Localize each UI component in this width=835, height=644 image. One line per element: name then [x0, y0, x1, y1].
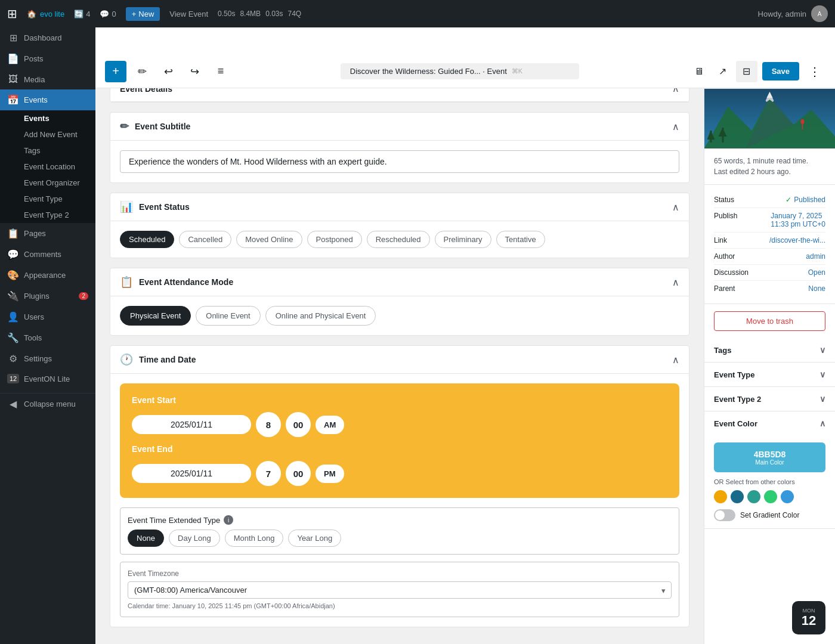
calendar-widget[interactable]: MON 12 — [792, 601, 825, 634]
collapse-menu-item[interactable]: ◀ Collapse menu — [0, 393, 95, 414]
event-end-hour[interactable]: 7 — [256, 461, 281, 486]
ext-pill-month[interactable]: Month Long — [225, 530, 284, 547]
new-button[interactable]: + New — [126, 7, 160, 21]
tags-header[interactable]: Tags ∨ — [704, 338, 835, 362]
pill-preliminary[interactable]: Preliminary — [435, 231, 491, 248]
sidebar-item-comments[interactable]: 💬 Comments — [0, 244, 95, 265]
extended-type-info-icon[interactable]: i — [224, 515, 233, 525]
sidebar-item-settings[interactable]: ⚙ Settings — [0, 348, 95, 369]
pill-rescheduled[interactable]: Rescheduled — [367, 231, 430, 248]
sidebar-item-tools[interactable]: 🔧 Tools — [0, 327, 95, 348]
sidebar-item-dashboard[interactable]: ⊞ Dashboard — [0, 27, 95, 48]
meta-discussion-row: Discussion Open — [714, 265, 825, 281]
color-dot-yellow[interactable] — [714, 490, 727, 503]
submenu-item-tags[interactable]: Tags — [0, 143, 95, 159]
doc-title[interactable]: Discover the Wilderness: Guided Fo... · … — [341, 63, 579, 79]
sidebar-item-plugins[interactable]: 🔌 Plugins 2 — [0, 286, 95, 306]
ext-pill-year[interactable]: Year Long — [288, 530, 341, 547]
view-event-link[interactable]: View Event — [169, 10, 208, 18]
attendance-header[interactable]: 📋 Event Attendance Mode ∧ — [110, 268, 689, 296]
gradient-toggle[interactable] — [714, 509, 735, 521]
redo-button[interactable]: ↪ — [184, 61, 205, 82]
author-link[interactable]: admin — [806, 252, 825, 261]
color-dot-dark-teal[interactable] — [731, 490, 744, 503]
external-view-button[interactable]: ↗ — [712, 61, 734, 82]
add-block-button[interactable]: + — [105, 61, 126, 82]
color-dot-teal[interactable] — [747, 490, 760, 503]
event-type-2-header[interactable]: Event Type 2 ∨ — [704, 387, 835, 411]
attendance-toggle-icon: ∧ — [672, 277, 679, 288]
ext-pill-none[interactable]: None — [128, 530, 164, 547]
sidebar-view-button[interactable]: ⊟ — [736, 61, 757, 82]
color-dot-green[interactable] — [764, 490, 777, 503]
event-end-date[interactable] — [132, 464, 251, 483]
event-start-minute[interactable]: 00 — [286, 412, 311, 437]
pill-cancelled[interactable]: Cancelled — [179, 231, 231, 248]
event-end-minute[interactable]: 00 — [286, 461, 311, 486]
move-to-trash-button[interactable]: Move to trash — [714, 311, 825, 331]
list-view-button[interactable]: ≡ — [210, 61, 231, 82]
permalink[interactable]: /discover-the-wi... — [769, 236, 825, 244]
document-tools-button[interactable]: ✏ — [131, 61, 153, 82]
ext-pill-day[interactable]: Day Long — [169, 530, 220, 547]
pill-postponed[interactable]: Postponed — [307, 231, 362, 248]
timezone-select[interactable]: (GMT-08:00) America/Vancouver — [128, 581, 672, 599]
submenu-item-organizer[interactable]: Event Organizer — [0, 175, 95, 191]
event-start-date[interactable] — [132, 415, 251, 434]
submenu-item-type[interactable]: Event Type — [0, 191, 95, 207]
desktop-view-button[interactable]: 🖥 — [688, 61, 710, 82]
subtitle-header[interactable]: ✏ Event Subtitle ∧ — [110, 113, 689, 141]
sidebar-item-media[interactable]: 🖼 Media — [0, 69, 95, 89]
updates-item[interactable]: 🔄 4 — [74, 10, 90, 18]
main-color-swatch[interactable]: 4BB5D8 Main Color — [714, 442, 825, 472]
pill-physical[interactable]: Physical Event — [120, 306, 191, 326]
submenu-item-location[interactable]: Event Location — [0, 159, 95, 175]
event-start-ampm[interactable]: AM — [316, 416, 344, 434]
sidebar-item-users[interactable]: 👤 Users — [0, 306, 95, 327]
undo-button[interactable]: ↩ — [157, 61, 179, 82]
pill-scheduled[interactable]: Scheduled — [120, 231, 174, 248]
event-end-ampm[interactable]: PM — [316, 465, 344, 483]
sidebar-item-events[interactable]: 📅 Events — [0, 89, 95, 110]
pill-tentative[interactable]: Tentative — [496, 231, 545, 248]
event-type-section: Event Type ∨ — [704, 363, 835, 387]
save-button[interactable]: Save — [762, 62, 799, 80]
pill-online-physical[interactable]: Online and Physical Event — [265, 306, 376, 326]
sidebar-item-pages[interactable]: 📋 Pages — [0, 223, 95, 244]
sidebar-item-appearance[interactable]: 🎨 Appearance — [0, 265, 95, 286]
submenu-item-type2[interactable]: Event Type 2 — [0, 207, 95, 223]
timedate-header[interactable]: 🕐 Time and Date ∧ — [110, 346, 689, 374]
parent-link[interactable]: None — [808, 284, 825, 293]
discussion-link[interactable]: Open — [808, 268, 825, 277]
submenu-item-events[interactable]: Events — [0, 110, 95, 126]
event-color-chevron-icon: ∧ — [819, 419, 825, 428]
event-start-hour[interactable]: 8 — [256, 412, 281, 437]
meta-author-row: Author admin — [714, 249, 825, 265]
publish-date-link[interactable]: January 7, 2025 11:33 pm UTC+0 — [771, 212, 825, 228]
color-dot-blue[interactable] — [781, 490, 794, 503]
user-menu[interactable]: Howdy, admin A — [758, 5, 828, 22]
status-header[interactable]: 📊 Event Status ∧ — [110, 193, 689, 221]
meta-publish-row: Publish January 7, 2025 11:33 pm UTC+0 — [714, 208, 825, 233]
event-type-header[interactable]: Event Type ∨ — [704, 363, 835, 386]
parent-key: Parent — [714, 284, 735, 293]
subtitle-input[interactable] — [120, 150, 679, 173]
parent-value: None — [808, 284, 825, 293]
pill-moved-online[interactable]: Moved Online — [236, 231, 302, 248]
event-color-header[interactable]: Event Color ∧ — [704, 411, 835, 435]
wp-logo[interactable]: ⊞ — [7, 7, 17, 21]
published-link[interactable]: Published — [794, 196, 825, 204]
meta-status-row: Status ✓ Published — [714, 192, 825, 208]
sidebar-item-eventon[interactable]: 12 EventON Lite — [0, 369, 95, 388]
more-options-button[interactable]: ⋮ — [804, 61, 825, 82]
site-name[interactable]: 🏠 evo lite — [27, 10, 64, 18]
comments-item[interactable]: 💬 0 — [100, 10, 116, 18]
pill-online[interactable]: Online Event — [196, 306, 260, 326]
calendar-day-num: 12 — [802, 614, 816, 628]
subtitle-toggle-icon: ∧ — [672, 121, 679, 132]
tools-icon: 🔧 — [7, 332, 19, 343]
sidebar-item-posts[interactable]: 📄 Posts — [0, 48, 95, 69]
event-type-2-chevron-icon: ∨ — [819, 394, 825, 404]
status-key: Status — [714, 196, 734, 204]
submenu-item-add-new[interactable]: Add New Event — [0, 126, 95, 143]
